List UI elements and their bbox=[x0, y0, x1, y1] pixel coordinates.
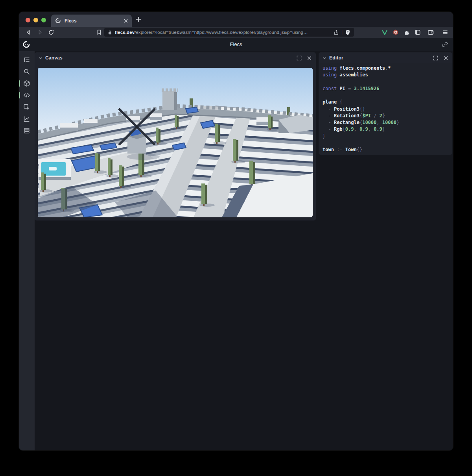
traffic-close[interactable] bbox=[26, 18, 30, 22]
code-editor[interactable]: using flecs.components.*using assemblies… bbox=[319, 63, 452, 155]
tab-favicon-flecs-logo-icon bbox=[55, 18, 61, 24]
menu-hamburger-icon[interactable] bbox=[442, 29, 448, 35]
chevron-down-icon[interactable] bbox=[323, 56, 326, 60]
browser-window: Flecs flecs.dev/explorer/? bbox=[19, 12, 453, 450]
tree-icon[interactable] bbox=[23, 56, 30, 63]
tab-title: Flecs bbox=[65, 18, 124, 24]
forward-button[interactable] bbox=[37, 29, 43, 35]
cube-icon[interactable] bbox=[23, 80, 30, 87]
search-icon[interactable] bbox=[23, 68, 30, 75]
close-icon[interactable] bbox=[307, 56, 312, 61]
sidebar-toggle-icon[interactable] bbox=[415, 29, 421, 35]
editor-panel: Editor using flecs.components.*using ass… bbox=[319, 52, 452, 155]
table-icon[interactable] bbox=[23, 127, 30, 134]
close-icon[interactable] bbox=[443, 56, 448, 61]
sidebar bbox=[19, 51, 35, 450]
share-icon[interactable] bbox=[334, 30, 339, 35]
traffic-minimize[interactable] bbox=[33, 18, 38, 22]
reload-button[interactable] bbox=[48, 29, 54, 35]
editor-code[interactable]: using flecs.components.*using assemblies… bbox=[323, 65, 452, 153]
editor-panel-header[interactable]: Editor bbox=[319, 52, 452, 63]
canvas-panel-header[interactable]: Canvas bbox=[35, 52, 316, 63]
canvas-3d-scene bbox=[38, 68, 313, 217]
fullscreen-icon[interactable] bbox=[433, 56, 438, 61]
page-title: Flecs bbox=[19, 38, 453, 51]
chevron-down-icon[interactable] bbox=[39, 56, 42, 60]
active-indicator bbox=[19, 92, 20, 98]
canvas-panel-title: Canvas bbox=[45, 55, 291, 61]
wallet-icon[interactable] bbox=[428, 29, 434, 35]
new-tab-button[interactable] bbox=[135, 16, 142, 22]
lock-icon bbox=[108, 30, 112, 35]
canvas-3d-viewport[interactable] bbox=[38, 68, 313, 217]
url-path: /explorer/?local=true&wasm=https://www.f… bbox=[135, 30, 308, 35]
code-icon[interactable] bbox=[23, 92, 30, 99]
shield-icon[interactable] bbox=[345, 30, 350, 35]
traffic-zoom[interactable] bbox=[41, 18, 46, 22]
url-bar[interactable]: flecs.dev/explorer/?local=true&wasm=http… bbox=[104, 28, 354, 37]
active-indicator bbox=[19, 80, 20, 87]
fullscreen-icon[interactable] bbox=[297, 56, 302, 61]
browser-tab[interactable]: Flecs bbox=[51, 15, 132, 27]
url-text: flecs.dev/explorer/?local=true&wasm=http… bbox=[115, 30, 334, 35]
chart-icon[interactable] bbox=[23, 115, 30, 122]
bookmark-icon[interactable] bbox=[96, 29, 102, 35]
explorer-content: Canvas bbox=[19, 51, 453, 450]
inspector-icon[interactable] bbox=[23, 104, 30, 111]
canvas-panel: Canvas bbox=[35, 52, 316, 220]
navigation-toolbar: flecs.dev/explorer/?local=true&wasm=http… bbox=[19, 27, 453, 38]
back-button[interactable] bbox=[25, 29, 31, 35]
extension-vue-icon[interactable] bbox=[382, 29, 388, 35]
tab-bar: Flecs bbox=[19, 12, 453, 27]
tab-close-icon[interactable] bbox=[124, 19, 128, 23]
urlbar-separator: | bbox=[341, 30, 343, 35]
window-controls bbox=[26, 18, 46, 22]
extension-hexagon-icon[interactable] bbox=[393, 29, 399, 35]
extensions-puzzle-icon[interactable] bbox=[404, 29, 410, 35]
url-domain: flecs.dev bbox=[115, 30, 135, 35]
app-header: Flecs bbox=[19, 38, 453, 51]
flecs-logo-icon[interactable] bbox=[22, 41, 30, 48]
editor-panel-title: Editor bbox=[329, 55, 428, 61]
share-link-icon[interactable] bbox=[442, 41, 448, 48]
